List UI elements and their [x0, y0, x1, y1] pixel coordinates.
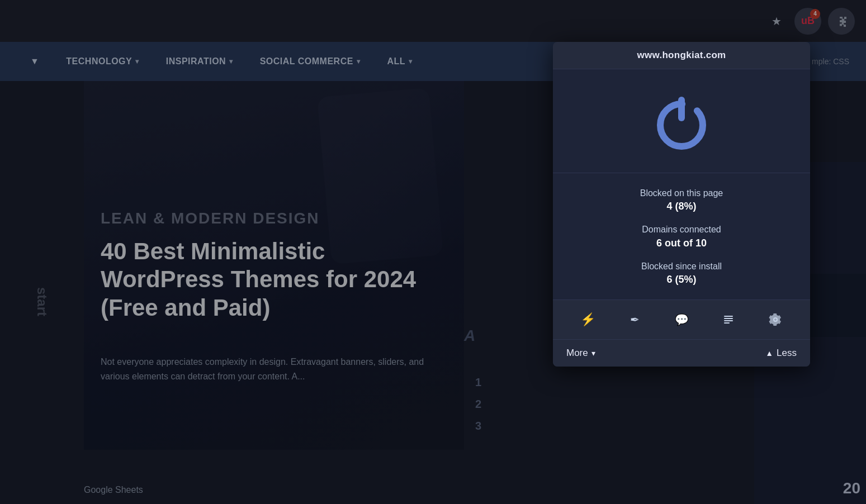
stat-blocked-since-install: Blocked since install 6 (5%)	[570, 260, 793, 286]
lightning-icon: ⚡	[580, 312, 595, 327]
extension-popup: www.hongkiat.com Blocked on this page 4 …	[553, 42, 810, 367]
popup-footer: More ▾ ▲ Less	[553, 340, 810, 367]
more-label: More	[566, 348, 588, 359]
more-button[interactable]: More ▾	[566, 348, 595, 359]
list-icon	[722, 313, 735, 326]
popup-toolbar: ⚡ ✒ 💬	[553, 300, 810, 340]
popup-stats-section: Blocked on this page 4 (8%) Domains conn…	[553, 173, 810, 300]
less-button[interactable]: ▲ Less	[765, 348, 797, 359]
settings-icon	[769, 313, 782, 326]
blocked-since-install-label: Blocked since install	[570, 260, 793, 273]
blocked-on-page-label: Blocked on this page	[570, 187, 793, 199]
blocked-since-install-value: 6 (5%)	[570, 274, 793, 286]
popup-url-bar: www.hongkiat.com	[553, 42, 810, 69]
toolbar-list-button[interactable]	[717, 308, 740, 331]
toolbar-lightning-button[interactable]: ⚡	[576, 308, 599, 331]
pen-icon: ✒	[630, 313, 640, 326]
toolbar-chat-button[interactable]: 💬	[670, 308, 693, 331]
svg-rect-4	[724, 320, 733, 321]
stat-blocked-on-page: Blocked on this page 4 (8%)	[570, 187, 793, 212]
toolbar-settings-button[interactable]	[764, 308, 787, 331]
chat-icon: 💬	[675, 313, 689, 326]
svg-rect-2	[724, 316, 733, 317]
svg-rect-5	[724, 322, 730, 324]
svg-rect-3	[724, 318, 733, 319]
domains-connected-label: Domains connected	[570, 224, 793, 236]
domains-connected-value: 6 out of 10	[570, 237, 793, 249]
power-button-wrapper[interactable]	[645, 86, 718, 159]
blocked-on-page-value: 4 (8%)	[570, 201, 793, 212]
toolbar-pen-button[interactable]: ✒	[623, 308, 646, 331]
more-chevron-icon: ▾	[591, 349, 595, 358]
popup-url-text: www.hongkiat.com	[637, 50, 726, 60]
power-icon	[648, 89, 715, 156]
less-chevron-icon: ▲	[765, 349, 773, 358]
stat-domains-connected: Domains connected 6 out of 10	[570, 224, 793, 249]
less-label: Less	[777, 348, 797, 359]
popup-power-section[interactable]	[553, 69, 810, 173]
